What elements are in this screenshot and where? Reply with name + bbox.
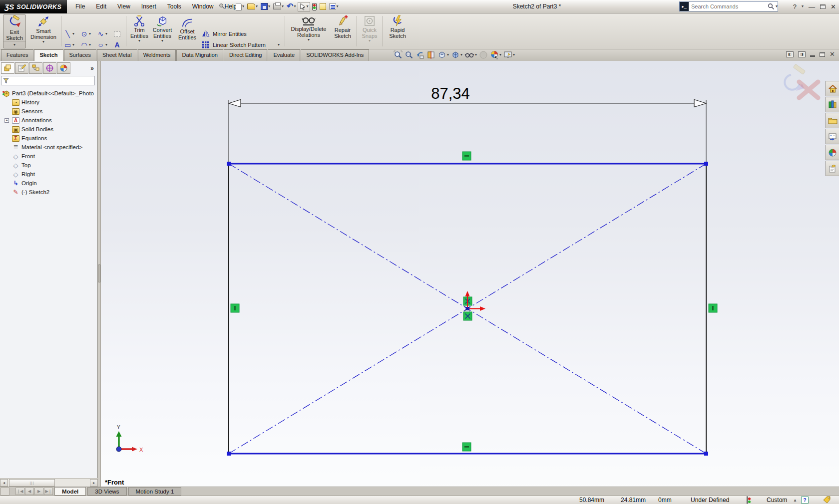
display-delete-dropdown[interactable]: ▾ [308, 38, 310, 42]
tab-surfaces[interactable]: Surfaces [64, 49, 96, 61]
doc-minimize-button[interactable] [810, 55, 815, 57]
propertymanager-tab[interactable] [15, 62, 28, 74]
relation-badge-vertical-left[interactable] [231, 304, 239, 312]
doc-close-button[interactable]: ✕ [830, 51, 835, 57]
open-button[interactable]: ▾ [246, 3, 259, 10]
sketch-picture-tool[interactable] [112, 31, 129, 37]
smart-dimension-button[interactable]: Smart Dimension ▾ [28, 15, 59, 44]
select-tool-button[interactable]: ▾ [298, 2, 310, 11]
tab-sketch[interactable]: Sketch [34, 49, 63, 61]
rectangle-tool[interactable]: ▭▾ [63, 41, 79, 49]
minimize-button[interactable]: — [809, 3, 815, 10]
search-commands-box[interactable]: ▸_ ▾ [679, 1, 778, 11]
linear-pattern-dropdown[interactable]: ▾ [278, 42, 280, 47]
tab-splitter-stub[interactable] [0, 488, 9, 496]
menu-pin-icon[interactable] [219, 3, 225, 10]
view-palette-tab[interactable] [826, 129, 839, 144]
vertex-top-left[interactable] [227, 162, 231, 166]
menu-view[interactable]: View [112, 3, 136, 10]
offset-entities-button[interactable]: Offset Entities [176, 17, 199, 40]
rapid-sketch-button[interactable]: Rapid Sketch [385, 15, 411, 39]
search-dropdown-icon[interactable]: ▾ [776, 4, 778, 8]
relation-badge-midpoint-lower[interactable] [463, 312, 472, 320]
undo-button[interactable]: ↶▾ [286, 2, 297, 10]
save-button[interactable]: ▾ [260, 2, 271, 10]
close-button[interactable]: ✕ [831, 3, 836, 10]
help-button[interactable]: ? [793, 3, 797, 10]
interference-traffic-button[interactable] [311, 2, 318, 11]
mirror-entities-button[interactable]: Mirror Entities [202, 29, 247, 38]
tree-item-sketch2[interactable]: ✎ (-) Sketch2 [0, 188, 98, 197]
tab-weldments[interactable]: Weldments [138, 49, 176, 61]
scene-dropdown[interactable]: ▾ [513, 53, 515, 57]
menu-file[interactable]: File [70, 3, 90, 10]
convert-entities-button[interactable]: Convert Entities ▾ [150, 15, 175, 43]
viewport-left-icon[interactable]: ◧ [786, 51, 794, 57]
configuration-dropdown-icon[interactable]: ▲ [793, 497, 797, 504]
tab-evaluate[interactable]: Evaluate [268, 49, 300, 61]
search-icon[interactable] [768, 3, 775, 10]
text-tool[interactable]: A [112, 41, 129, 49]
view-orientation-dropdown[interactable]: ▾ [447, 53, 449, 57]
new-document-button[interactable]: ▾ [235, 2, 245, 11]
tab-solidworks-addins[interactable]: SOLIDWORKS Add-Ins [301, 49, 369, 61]
previous-tab-button[interactable]: ◀ [25, 488, 34, 495]
linear-sketch-pattern-button[interactable]: Linear Sketch Pattern [202, 40, 266, 49]
tree-horizontal-scrollbar[interactable]: ◂ ||| ▸ [0, 478, 98, 487]
design-library-tab[interactable] [826, 97, 839, 112]
tree-item-sensors[interactable]: ◉ Sensors [0, 107, 98, 116]
tree-item-origin[interactable]: ↳ Origin [0, 179, 98, 188]
tree-item-right-plane[interactable]: ◇ Right [0, 170, 98, 179]
file-explorer-tab[interactable] [826, 113, 839, 128]
display-style-button[interactable]: ▾ [451, 50, 462, 59]
appearance-dropdown[interactable]: ▾ [499, 53, 501, 57]
help-quick-tip-button[interactable]: ? [801, 497, 809, 504]
scroll-thumb[interactable]: ||| [9, 479, 55, 487]
circle-tool[interactable]: ⊙▾ [79, 30, 96, 38]
hide-show-dropdown[interactable]: ▾ [475, 53, 477, 57]
edit-appearance-button-headsup[interactable]: ▾ [490, 50, 501, 59]
tab-data-migration[interactable]: Data Migration [176, 49, 223, 61]
tree-root-part[interactable]: Part3 (Default<<Default>_Photo [0, 89, 98, 98]
sketch-origin[interactable] [464, 291, 485, 311]
shadows-button[interactable] [479, 50, 488, 59]
zoom-to-area-button[interactable] [405, 50, 414, 59]
panel-splitter-grip[interactable] [98, 264, 101, 282]
motion-study-tab[interactable]: Motion Study 1 [128, 487, 182, 496]
dimension-annotation[interactable]: 87,34 [229, 85, 706, 162]
vertex-top-right[interactable] [704, 162, 708, 166]
expand-icon[interactable]: + [4, 118, 9, 123]
tab-features[interactable]: Features [1, 49, 33, 61]
menu-tools[interactable]: Tools [162, 3, 187, 10]
panel-expand-chevron[interactable]: » [90, 65, 94, 72]
previous-view-button[interactable] [416, 50, 424, 59]
configurationmanager-tab[interactable] [29, 62, 42, 74]
search-input[interactable] [690, 3, 767, 9]
displaymanager-tab[interactable] [57, 62, 70, 74]
doc-restore-button[interactable] [820, 52, 825, 57]
edit-appearance-button[interactable] [319, 2, 327, 10]
menu-edit[interactable]: Edit [90, 3, 112, 10]
next-tab-button[interactable]: ▶ [34, 488, 43, 495]
smart-dimension-dropdown[interactable]: ▾ [42, 40, 44, 44]
scroll-right-button[interactable]: ▸ [90, 479, 98, 487]
options-button[interactable]: ▾ [328, 3, 340, 10]
print-button[interactable]: ▾ [272, 3, 285, 10]
featuremanager-tab[interactable] [1, 62, 14, 74]
exit-sketch-button[interactable]: Exit Sketch ▾ [3, 14, 26, 48]
restore-button[interactable] [820, 4, 826, 9]
tree-filter-bar[interactable] [1, 76, 95, 85]
home-tab[interactable] [826, 81, 839, 96]
graphics-area[interactable]: 87,34 [101, 61, 839, 487]
view-orientation-button[interactable]: ▾ [437, 50, 449, 59]
tree-item-top-plane[interactable]: ◇ Top [0, 161, 98, 170]
menu-insert[interactable]: Insert [136, 3, 162, 10]
section-view-button[interactable] [426, 50, 435, 59]
confirmation-corner-cancel-icon[interactable] [799, 82, 818, 98]
sketch-canvas[interactable]: 87,34 [101, 61, 839, 487]
last-tab-button[interactable]: ▶❘ [44, 488, 53, 495]
relation-badge-horizontal-top[interactable] [462, 152, 471, 160]
spline-tool[interactable]: ∿▾ [96, 30, 112, 38]
repair-sketch-button[interactable]: Repair Sketch [331, 15, 355, 39]
trim-entities-button[interactable]: Trim Entities ▾ [129, 15, 150, 43]
